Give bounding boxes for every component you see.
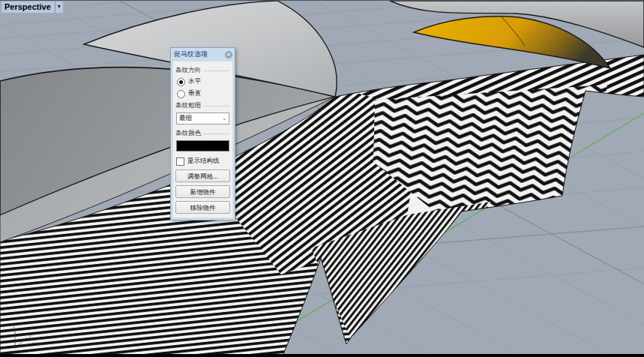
- panel-body: 条纹方向 水平 垂直 条纹粗细 最细 ⌄ 条纹颜色: [172, 61, 233, 218]
- viewport-dropdown-icon[interactable]: ▾: [55, 2, 63, 13]
- svg-text:z: z: [13, 323, 16, 329]
- group-rule: [203, 134, 230, 134]
- svg-text:x: x: [36, 340, 39, 346]
- viewport-name-label[interactable]: Perspective: [1, 2, 55, 13]
- stripe-direction-label: 条纹方向: [175, 66, 201, 75]
- radio-vertical[interactable]: 垂直: [177, 89, 230, 98]
- radio-horizontal-label[interactable]: 水平: [188, 77, 201, 86]
- perspective-viewport[interactable]: z x y Perspective ▾ 斑马纹选项 ✕ 条纹方向 水平: [0, 0, 644, 357]
- radio-vertical-icon[interactable]: [177, 90, 185, 98]
- svg-text:y: y: [28, 332, 31, 338]
- stripe-thickness-label: 条纹粗细: [175, 101, 201, 110]
- remove-objects-button[interactable]: 移除物件: [175, 201, 230, 214]
- adjust-mesh-button[interactable]: 调整网格...: [175, 170, 230, 182]
- stripe-thickness-group: 条纹粗细: [175, 101, 230, 110]
- zebra-options-panel[interactable]: 斑马纹选项 ✕ 条纹方向 水平 垂直 条纹粗细 最细 ⌄: [170, 47, 235, 220]
- chevron-down-icon: ⌄: [222, 116, 226, 122]
- thickness-select[interactable]: 最细 ⌄: [176, 112, 229, 124]
- radio-horizontal[interactable]: 水平: [177, 77, 230, 86]
- add-objects-button[interactable]: 新增物件: [175, 185, 230, 198]
- panel-title-bar[interactable]: 斑马纹选项 ✕: [172, 50, 233, 61]
- radio-horizontal-icon[interactable]: [177, 78, 185, 86]
- show-isocurves-checkbox[interactable]: [176, 158, 184, 166]
- group-rule: [203, 106, 230, 106]
- close-icon[interactable]: ✕: [225, 51, 232, 58]
- group-rule: [203, 70, 230, 71]
- stripe-color-label: 条纹颜色: [175, 129, 201, 138]
- stripe-color-swatch[interactable]: [176, 140, 229, 152]
- viewport-title[interactable]: Perspective ▾: [1, 2, 63, 13]
- thickness-selected-value: 最细: [179, 114, 192, 123]
- show-isocurves-row[interactable]: 显示结构线: [176, 157, 230, 166]
- stripe-color-group: 条纹颜色: [175, 129, 230, 138]
- show-isocurves-label[interactable]: 显示结构线: [187, 157, 220, 166]
- scene-canvas[interactable]: z x y: [0, 1, 644, 357]
- stripe-direction-group: 条纹方向: [175, 66, 230, 75]
- radio-vertical-label[interactable]: 垂直: [188, 89, 201, 98]
- viewport-bottom-bar: [0, 354, 644, 357]
- panel-title: 斑马纹选项: [174, 50, 208, 59]
